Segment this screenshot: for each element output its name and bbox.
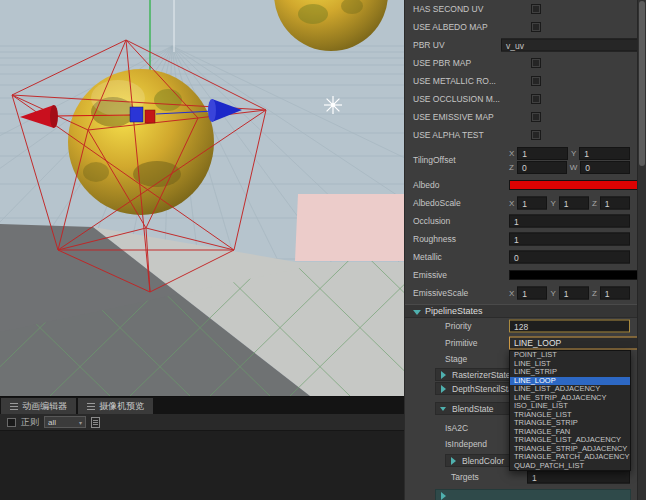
priority-input[interactable]: 128	[509, 320, 630, 333]
value: 1	[605, 198, 610, 208]
tab-animation-editor[interactable]: 动画编辑器	[1, 398, 76, 414]
pink-plane	[295, 194, 404, 261]
chevron-down-icon	[440, 407, 446, 411]
option-triangle-fan[interactable]: TRIANGLE_FAN	[510, 428, 630, 437]
tiling-w-input[interactable]: 0	[580, 161, 630, 174]
option-line-list-adjacency[interactable]: LINE_LIST_ADJACENCY	[510, 385, 630, 394]
property-row-emissive-scale: EmissiveScale X 1 Y 1 Z 1	[405, 284, 638, 302]
targets-input[interactable]: 1	[527, 471, 630, 484]
property-label: USE ALBEDO MAP	[413, 22, 488, 32]
axis-label-x: X	[509, 149, 514, 158]
option-quad-patch-list[interactable]: QUAD_PATCH_LIST	[510, 462, 630, 471]
property-label: AlbedoScale	[413, 198, 461, 208]
use-albedo-map-checkbox[interactable]	[531, 22, 541, 32]
option-line-list[interactable]: LINE_LIST	[510, 360, 630, 369]
tiling-y-input[interactable]: 1	[579, 147, 630, 160]
use-metallic-checkbox[interactable]	[531, 76, 541, 86]
value: 1	[522, 288, 527, 298]
document-icon[interactable]	[91, 417, 100, 428]
property-label: Priority	[445, 321, 471, 331]
filter-dropdown[interactable]: all ▾	[44, 416, 86, 428]
primitive-dropdown[interactable]: LINE_LOOP ▾	[509, 336, 646, 349]
value: 0	[585, 163, 590, 173]
roughness-input[interactable]: 1	[509, 233, 630, 246]
option-line-strip[interactable]: LINE_STRIP	[510, 368, 630, 377]
property-row-use-metallic: USE METALLIC RO...	[405, 72, 638, 90]
property-label: TilingOffset	[413, 155, 456, 165]
albedo-scale-x-input[interactable]: 1	[517, 197, 547, 210]
chevron-down-icon	[413, 310, 421, 315]
option-triangle-list-adjacency[interactable]: TRIANGLE_LIST_ADJACENCY	[510, 436, 630, 445]
option-iso-line-list[interactable]: ISO_LINE_LIST	[510, 402, 630, 411]
tab-label: 摄像机预览	[99, 400, 144, 413]
value: 1	[605, 288, 610, 298]
property-label: USE PBR MAP	[413, 58, 471, 68]
property-row-roughness: Roughness 1	[405, 230, 638, 248]
option-point-list[interactable]: POINT_LIST	[510, 351, 630, 360]
axis-label-z: Z	[592, 289, 597, 298]
inspector-panel: HAS SECOND UV USE ALBEDO MAP PBR UV v_uv…	[404, 0, 646, 500]
section-pipeline-states[interactable]: PipelineStates	[405, 304, 638, 318]
section-label: BlendColor	[462, 456, 504, 466]
axis-label-y: Y	[550, 199, 555, 208]
option-triangle-strip-adjacency[interactable]: TRIANGLE_STRIP_ADJACENCY	[510, 445, 630, 454]
property-row-has-second-uv: HAS SECOND UV	[405, 0, 638, 18]
option-triangle-patch-adjacency[interactable]: TRIANGLE_PATCH_ADJACENCY	[510, 453, 630, 462]
emissive-scale-y-input[interactable]: 1	[559, 287, 589, 300]
tab-camera-preview[interactable]: 摄像机预览	[78, 398, 153, 414]
option-triangle-strip[interactable]: TRIANGLE_STRIP	[510, 419, 630, 428]
value: 128	[514, 321, 528, 331]
use-emissive-map-checkbox[interactable]	[531, 112, 541, 122]
tiling-x-input[interactable]: 1	[517, 147, 568, 160]
scrollbar-thumb[interactable]	[639, 1, 645, 166]
option-line-strip-adjacency[interactable]: LINE_STRIP_ADJACENCY	[510, 394, 630, 403]
panel-menu-icon	[10, 403, 18, 410]
axis-label-x: X	[509, 199, 514, 208]
use-occlusion-checkbox[interactable]	[531, 94, 541, 104]
axis-label-x: X	[509, 289, 514, 298]
property-row-pbr-uv: PBR UV v_uv ▾	[405, 36, 638, 54]
property-row-albedo: Albedo	[405, 176, 638, 194]
value: 1	[564, 198, 569, 208]
use-pbr-map-checkbox[interactable]	[531, 58, 541, 68]
property-row-primitive: Primitive LINE_LOOP ▾	[405, 334, 638, 351]
value: 1	[514, 216, 519, 226]
chevron-right-icon	[441, 492, 446, 500]
inspector-scrollbar[interactable]	[637, 0, 646, 500]
pbr-uv-dropdown[interactable]: v_uv ▾	[501, 39, 646, 52]
use-alpha-test-checkbox[interactable]	[531, 130, 541, 140]
albedo-scale-z-input[interactable]: 1	[600, 197, 630, 210]
property-row-tiling-offset: TilingOffset X 1 Y 1 Z 0 W 0	[405, 144, 638, 176]
chevron-right-icon	[441, 371, 446, 379]
emissive-color-swatch[interactable]	[509, 270, 646, 280]
emissive-scale-z-input[interactable]: 1	[600, 287, 630, 300]
property-label: Emissive	[413, 270, 447, 280]
light-gizmo[interactable]	[324, 96, 342, 114]
axis-label-z: Z	[509, 163, 514, 172]
primitive-options-list: POINT_LIST LINE_LIST LINE_STRIP LINE_LOO…	[509, 350, 631, 471]
property-label: IsA2C	[445, 423, 468, 433]
value: 1	[584, 149, 589, 159]
property-label: USE METALLIC RO...	[413, 76, 496, 86]
occlusion-input[interactable]: 1	[509, 215, 630, 228]
3d-viewport[interactable]	[0, 0, 404, 396]
metallic-input[interactable]: 0	[509, 251, 630, 264]
emissive-scale-x-input[interactable]: 1	[517, 287, 547, 300]
has-second-uv-checkbox[interactable]	[531, 4, 541, 14]
property-label: USE OCCLUSION M...	[413, 94, 500, 104]
property-row-use-occlusion: USE OCCLUSION M...	[405, 90, 638, 108]
property-label: USE EMISSIVE MAP	[413, 112, 494, 122]
property-row-emissive: Emissive	[405, 266, 638, 284]
chevron-right-icon	[451, 457, 456, 465]
property-row-targets: Targets 1	[405, 469, 638, 485]
property-label: PBR UV	[413, 40, 445, 50]
option-line-loop[interactable]: LINE_LOOP	[510, 377, 630, 386]
section-collapsed-bar[interactable]	[435, 489, 631, 500]
filter-value: all	[48, 418, 56, 427]
option-triangle-list[interactable]: TRIANGLE_LIST	[510, 411, 630, 420]
albedo-scale-y-input[interactable]: 1	[559, 197, 589, 210]
albedo-color-swatch[interactable]	[509, 180, 646, 190]
property-label: USE ALPHA TEST	[413, 130, 484, 140]
tiling-z-input[interactable]: 0	[517, 161, 567, 174]
regex-checkbox[interactable]	[7, 418, 16, 427]
